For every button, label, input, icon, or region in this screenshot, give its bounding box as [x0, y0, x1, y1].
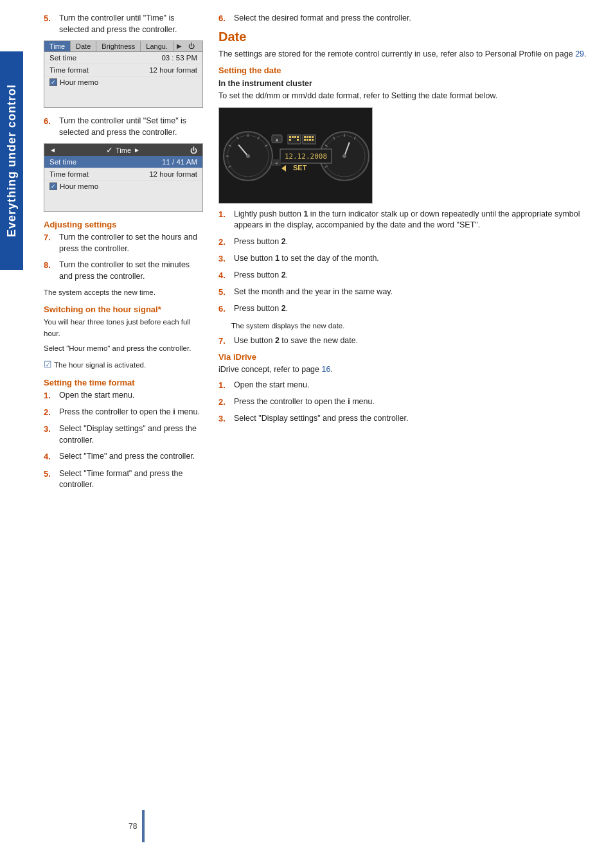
svg-rect-37: [306, 139, 308, 141]
cs-step-5-text: Set the month and the year in the same w…: [234, 287, 600, 298]
svg-text:▲: ▲: [274, 137, 280, 143]
system-accepts-note: The system accepts the new time.: [44, 287, 203, 298]
tf-step-2-text: Press the controller to open the i menu.: [59, 407, 203, 418]
tf-step-1-num: 1.: [44, 390, 55, 402]
svg-rect-33: [306, 136, 308, 138]
svg-rect-26: [289, 136, 291, 138]
step-6-left-num: 6.: [44, 116, 55, 138]
menu-row-settime: Set time 03 : 53 PM: [44, 52, 202, 64]
cluster-svg: ▲: [219, 108, 373, 204]
cs-step-5-num: 5.: [218, 287, 230, 298]
svg-text:◄: ◄: [274, 161, 278, 165]
step-5-num: 5.: [44, 13, 55, 35]
clock-icon: ✓: [106, 145, 113, 155]
menu-header-title: Time: [116, 146, 131, 154]
menu-header-center: ✓ Time ►: [106, 145, 140, 155]
menu-hourmemo-row: ✓ Hour memo: [44, 76, 202, 88]
setting-date-heading: Setting the date: [218, 66, 600, 75]
menu-header-bar: ◄ ✓ Time ► ⏻: [44, 144, 202, 156]
cs-step-5: 5. Set the month and the year in the sam…: [218, 287, 600, 298]
svg-rect-29: [297, 136, 299, 138]
nav-right-icon: ►: [134, 146, 140, 154]
tab-language[interactable]: Langu.: [141, 41, 173, 51]
hour-memo-checkbox[interactable]: ✓: [49, 78, 57, 86]
hour-signal-para3: ☑ The hour signal is activated.: [44, 358, 203, 371]
right-column: 6. Select the desired format and press t…: [218, 13, 600, 496]
nav-left-icon: ◄: [49, 146, 56, 154]
tf-step-1-text: Open the start menu.: [59, 390, 203, 402]
page-number: 78: [129, 822, 137, 831]
svg-point-11: [246, 154, 250, 158]
id-step-3: 3. Select "Display settings" and press t…: [218, 413, 600, 425]
svg-rect-31: [297, 139, 299, 141]
step-8: 8. Turn the controller to set the minute…: [44, 260, 203, 282]
cs-step-6-text: Press button 2.: [234, 303, 600, 315]
menu-row-timeformat-2: Time format 12 hour format: [44, 168, 202, 181]
cs-step-1-num: 1.: [218, 209, 230, 231]
checkmark-icon: ☑: [44, 359, 52, 369]
tf-step-3-num: 3.: [44, 423, 55, 446]
hour-memo-label-2: Hour memo: [60, 182, 98, 190]
cs-step-6-num: 6.: [218, 303, 230, 315]
hour-memo-label: Hour memo: [60, 78, 98, 86]
cluster-image: ▲: [218, 107, 373, 204]
step-7: 7. Turn the controller to set the hours …: [44, 232, 203, 254]
svg-rect-27: [292, 136, 294, 138]
hour-signal-para1: You will hear three tones just before ea…: [44, 317, 203, 339]
tab-date[interactable]: Date: [71, 41, 96, 51]
step-8-text: Turn the controller to set the minutes a…: [59, 260, 203, 282]
tf-step-1: 1. Open the start menu.: [44, 390, 203, 402]
hour-signal-para2: Select "Hour memo" and press the control…: [44, 343, 203, 354]
menu-tabs-1: Time Date Brightness Langu. ▶ ⏻: [44, 41, 202, 52]
tf-step-5-num: 5.: [44, 468, 55, 491]
cs-step-2-num: 2.: [218, 236, 230, 248]
step-6-left-text: Turn the controller until "Set time" is …: [59, 116, 203, 138]
tf-step-3: 3. Select "Display settings" and press t…: [44, 423, 203, 446]
date-intro: The settings are stored for the remote c…: [218, 48, 600, 60]
id-step-2: 2. Press the controller to open the i me…: [218, 396, 600, 408]
id-step-2-text: Press the controller to open the i menu.: [234, 396, 600, 408]
tab-brightness[interactable]: Brightness: [96, 41, 141, 51]
left-column: 5. Turn the controller until "Time" is s…: [44, 13, 203, 496]
step-6-right: 6. Select the desired format and press t…: [218, 13, 600, 24]
cs-step-3-num: 3.: [218, 253, 230, 265]
id-step-3-num: 3.: [218, 413, 230, 425]
id-step-1-text: Open the start menu.: [234, 380, 600, 391]
svg-rect-34: [309, 136, 311, 138]
tf-step-4: 4. Select "Time" and press the controlle…: [44, 451, 203, 463]
svg-rect-38: [309, 139, 311, 141]
id-step-1: 1. Open the start menu.: [218, 380, 600, 391]
power-icon: ⏻: [190, 146, 197, 154]
menu-row-settime-selected: Set time 11 / 41 AM: [44, 156, 202, 168]
cs-step-4: 4. Press button 2.: [218, 270, 600, 281]
svg-rect-32: [304, 136, 306, 138]
svg-rect-35: [312, 136, 314, 138]
step-6-left: 6. Turn the controller until "Set time" …: [44, 116, 203, 138]
svg-rect-36: [304, 139, 306, 141]
date-heading: Date: [218, 30, 600, 44]
menu-screenshot-2: ◄ ✓ Time ► ⏻ Set time 11 / 41 AM Time fo…: [44, 143, 203, 212]
cs-step-1-text: Lightly push button 1 in the turn indica…: [234, 209, 600, 231]
hour-memo-checkbox-2[interactable]: ✓: [49, 182, 57, 190]
step-6-right-num: 6.: [218, 13, 230, 24]
tf-step-4-text: Select "Time" and press the controller.: [59, 451, 203, 463]
sidebar-label: Everything under control: [0, 51, 23, 270]
adjusting-settings-heading: Adjusting settings: [44, 220, 203, 229]
cs-step-7: 7. Use button 2 to save the new date.: [218, 335, 600, 347]
via-idrive-heading: Via iDrive: [218, 352, 600, 362]
tab-time[interactable]: Time: [44, 41, 71, 51]
cs-step-1: 1. Lightly push button 1 in the turn ind…: [218, 209, 600, 231]
in-cluster-subheading: In the instrument cluster: [218, 79, 600, 88]
svg-rect-39: [312, 139, 314, 141]
menu-hourmemo-row-2: ✓ Hour memo: [44, 181, 202, 192]
system-displays-note: The system displays the new date.: [231, 321, 600, 332]
cs-step-6: 6. Press button 2.: [218, 303, 600, 315]
page-29-link[interactable]: 29: [575, 49, 584, 58]
page-16-link[interactable]: 16: [322, 365, 331, 374]
cs-step-7-num: 7.: [218, 335, 230, 347]
cluster-intro-text: To set the dd/mm or mm/dd date format, r…: [218, 90, 600, 102]
tf-step-3-text: Select "Display settings" and press the …: [59, 423, 203, 446]
cs-step-2-text: Press button 2.: [234, 236, 600, 248]
hour-signal-heading: Switching on the hour signal*: [44, 305, 203, 314]
tf-step-5-text: Select "Time format" and press the contr…: [59, 468, 203, 491]
